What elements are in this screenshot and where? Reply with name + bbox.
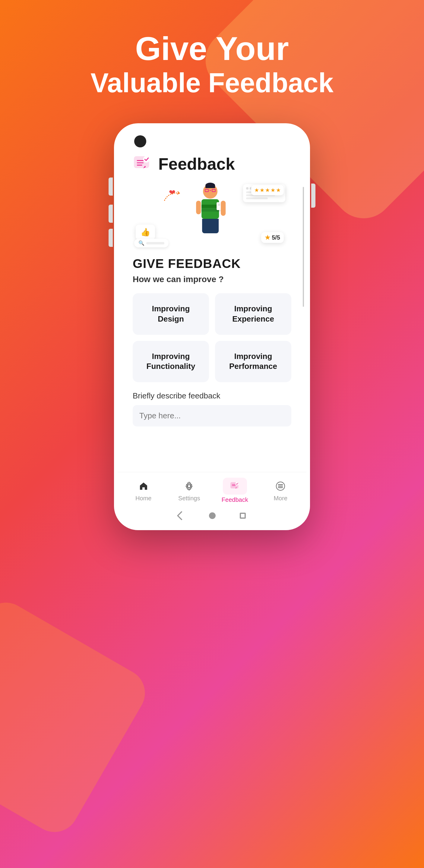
nav-item-home[interactable]: Home bbox=[121, 479, 166, 502]
app-logo-icon bbox=[133, 154, 152, 174]
home-nav-label: Home bbox=[135, 495, 151, 502]
star-2: ★ bbox=[260, 187, 265, 193]
header-line2: Valuable Feedback bbox=[90, 67, 333, 99]
option-improving-design[interactable]: ImprovingDesign bbox=[133, 293, 209, 335]
options-grid: ImprovingDesign ImprovingExperience Impr… bbox=[133, 293, 291, 382]
option-improving-functionality[interactable]: ImprovingFunctionality bbox=[133, 341, 209, 382]
feedback-icon bbox=[230, 481, 240, 492]
app-title-text: Feedback bbox=[158, 154, 235, 174]
feedback-nav-icon-bg bbox=[223, 478, 247, 495]
thumbs-up-card: 👍 bbox=[136, 224, 155, 240]
phone-outer-frame: Feedback bbox=[114, 123, 310, 530]
hero-illustration: ★ ★ ★ ★ ★ ❤ bbox=[133, 183, 291, 249]
system-nav-bar bbox=[118, 506, 306, 527]
more-icon bbox=[274, 479, 287, 493]
score-value: 5/5 bbox=[272, 234, 280, 241]
home-icon bbox=[137, 479, 150, 493]
phone-device: Feedback bbox=[114, 123, 310, 530]
stars-rating-card: ★ ★ ★ ★ ★ bbox=[251, 185, 284, 195]
star-1: ★ bbox=[254, 187, 259, 193]
back-button[interactable] bbox=[177, 511, 186, 520]
header-line1: Give Your bbox=[90, 30, 333, 67]
svg-point-5 bbox=[188, 485, 190, 488]
search-bar-decoration: 🔍 bbox=[134, 239, 169, 247]
nav-item-settings[interactable]: Settings bbox=[166, 479, 212, 502]
person-figure bbox=[202, 184, 219, 233]
option-functionality-label: ImprovingFunctionality bbox=[139, 351, 203, 372]
star-4: ★ bbox=[271, 187, 275, 193]
nav-item-more[interactable]: More bbox=[258, 479, 304, 502]
settings-icon bbox=[182, 479, 196, 493]
improve-question: How we can improve ? bbox=[133, 275, 291, 284]
option-experience-label: ImprovingExperience bbox=[221, 304, 285, 324]
score-badge: ★ 5/5 bbox=[261, 232, 284, 243]
home-button[interactable] bbox=[209, 513, 216, 519]
option-design-label: ImprovingDesign bbox=[139, 304, 203, 324]
nav-item-feedback[interactable]: Feedback bbox=[212, 478, 258, 503]
phone-screen: Feedback bbox=[118, 127, 306, 527]
camera-hole bbox=[134, 135, 146, 147]
more-nav-label: More bbox=[274, 495, 287, 502]
give-feedback-title: GIVE FEEDBACK bbox=[133, 256, 291, 271]
svg-point-4 bbox=[143, 156, 150, 163]
star-5: ★ bbox=[276, 187, 281, 193]
star-3: ★ bbox=[265, 187, 270, 193]
recents-button[interactable] bbox=[240, 513, 246, 519]
feedback-nav-label: Feedback bbox=[222, 496, 248, 503]
arrow-decoration bbox=[163, 189, 181, 204]
header-section: Give Your Valuable Feedback bbox=[90, 30, 333, 99]
option-performance-label: ImprovingPerformance bbox=[221, 351, 285, 372]
option-improving-performance[interactable]: ImprovingPerformance bbox=[215, 341, 291, 382]
app-header: Feedback bbox=[133, 154, 291, 174]
bottom-navigation: Home Settings bbox=[118, 472, 306, 506]
settings-nav-label: Settings bbox=[178, 495, 200, 502]
option-improving-experience[interactable]: ImprovingExperience bbox=[215, 293, 291, 335]
svg-point-9 bbox=[235, 482, 239, 485]
score-star-icon: ★ bbox=[265, 234, 270, 241]
feedback-text-input[interactable] bbox=[133, 405, 291, 427]
feedback-input-label: Briefly describe feedback bbox=[133, 391, 291, 401]
app-content: Feedback bbox=[118, 127, 306, 472]
